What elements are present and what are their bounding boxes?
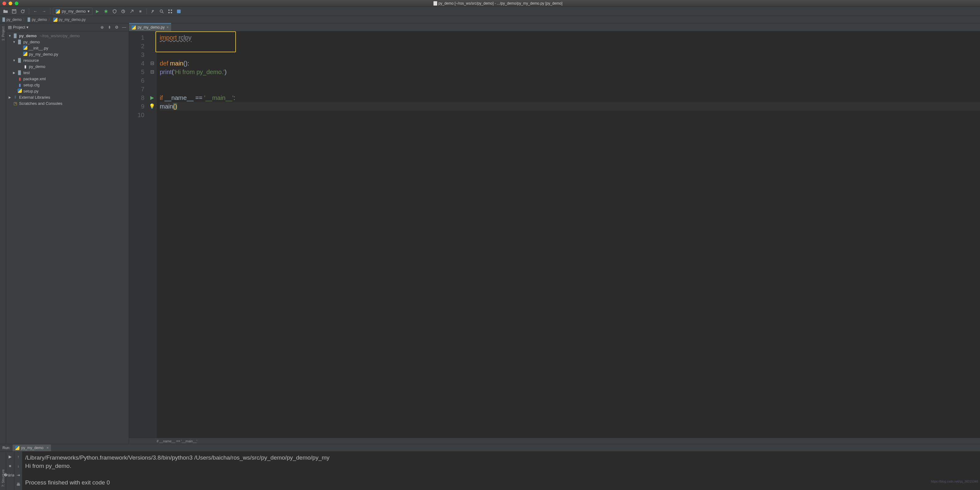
tree-file-init[interactable]: __init__.py [6, 45, 129, 51]
python-icon [53, 18, 57, 22]
breadcrumb-root[interactable]: ▉py_demo [2, 18, 22, 22]
maximize-window-button[interactable] [15, 2, 18, 5]
svg-rect-8 [177, 10, 181, 13]
print-icon[interactable]: 🖶 [15, 481, 22, 487]
gutter-icons: ⊟ ⊟ ▶ 💡 [148, 31, 157, 438]
forward-icon[interactable]: → [40, 8, 48, 15]
hide-icon[interactable]: — [121, 25, 127, 30]
run-config-label: py_my_demo [62, 9, 86, 14]
python-icon [56, 9, 60, 14]
selection-box [156, 31, 236, 52]
run-line-marker[interactable]: ▶ [148, 93, 157, 102]
chevron-right-icon: 〉 [48, 17, 52, 22]
tree-root[interactable]: ▼▉py_demo~/ros_ws/src/py_demo [6, 33, 129, 39]
tab-label: py_my_demo.py [138, 25, 165, 30]
code-editor[interactable]: import rclpy def main(): print('Hi from … [157, 31, 980, 438]
build-icon[interactable] [149, 8, 157, 15]
breadcrumb-folder[interactable]: ▉py_demo [28, 18, 47, 22]
coverage-icon[interactable] [111, 8, 118, 15]
search-icon[interactable] [158, 8, 165, 15]
svg-rect-7 [171, 12, 172, 13]
tree-folder-resource[interactable]: ▼▉resource [6, 57, 129, 63]
line-gutter: 12345678910 [129, 31, 148, 438]
rerun-button[interactable]: ▶ [7, 453, 13, 460]
svg-rect-6 [169, 12, 170, 13]
svg-rect-4 [169, 10, 170, 11]
avatar-icon[interactable] [175, 8, 183, 15]
intention-bulb-icon[interactable]: 💡 [148, 102, 157, 111]
chevron-right-icon: 〉 [23, 17, 26, 22]
stop-button[interactable]: ■ [137, 8, 144, 15]
exit-icon[interactable]: �árias [7, 472, 13, 478]
project-sidebar: ▤Project▾ ⊕ ⇟ ⚙ — ▼▉py_demo~/ros_ws/src/… [6, 23, 129, 444]
breadcrumb: ▉py_demo 〉 ▉py_demo 〉 py_my_demo.py [0, 16, 980, 23]
close-tab-icon[interactable]: × [167, 25, 169, 30]
tree-folder-test[interactable]: ▶▉test [6, 69, 129, 76]
tree-external-libs[interactable]: ▶⫴External Libraries [6, 94, 129, 100]
tree-scratches[interactable]: ◳Scratches and Consoles [6, 100, 129, 106]
svg-rect-5 [171, 10, 172, 11]
breadcrumb-file[interactable]: py_my_demo.py [53, 18, 86, 22]
soft-wrap-icon[interactable]: ⇥ [15, 472, 22, 478]
run-button[interactable]: ▶ [94, 8, 101, 15]
debug-button[interactable] [102, 8, 110, 15]
svg-rect-0 [12, 10, 16, 13]
run-tab[interactable]: py_my_demo× [13, 445, 51, 451]
structure-tool-window-button[interactable]: 7: Structure [1, 468, 5, 488]
tree-folder-pkg[interactable]: ▼▉py_demo [6, 39, 129, 45]
svg-point-3 [160, 10, 162, 12]
run-configuration-selector[interactable]: py_my_demo ▾ [53, 8, 92, 15]
watermark: https://blog.csdn.net/qq_38315348 [931, 480, 978, 483]
sidebar-title: Project [13, 25, 25, 30]
tree-file-mydemo[interactable]: py_my_demo.py [6, 51, 129, 57]
minimize-window-button[interactable] [9, 2, 12, 5]
structure-icon[interactable] [167, 8, 174, 15]
editor-breadcrumb: if __name__ == '__main__' [129, 438, 980, 444]
project-tool-window-button[interactable]: 1: Project [1, 25, 5, 42]
project-view-icon: ▤ [8, 25, 12, 30]
chevron-down-icon: ▾ [88, 9, 90, 14]
profile-icon[interactable] [119, 8, 127, 15]
tree-file-setupcfg[interactable]: ▮setup.cfg [6, 82, 129, 88]
collapse-all-icon[interactable]: ⇟ [107, 25, 112, 30]
run-panel-title: Run: [2, 446, 10, 450]
titlebar: py_demo [~/ros_ws/src/py_demo] - .../py_… [0, 0, 980, 7]
run-console[interactable]: /Library/Frameworks/Python.framework/Ver… [22, 452, 980, 490]
save-icon[interactable] [10, 8, 18, 15]
folder-icon: ▉ [28, 18, 30, 22]
chevron-down-icon[interactable]: ▾ [26, 25, 29, 30]
svg-point-1 [105, 10, 107, 13]
stop-run-button[interactable]: ■ [7, 463, 13, 469]
open-icon[interactable] [2, 8, 9, 15]
editor-tab[interactable]: py_my_demo.py × [129, 23, 171, 31]
settings-icon[interactable]: ⚙ [114, 25, 119, 30]
tree-file-resource[interactable]: ▮py_demo [6, 63, 129, 69]
up-icon[interactable]: ↑ [15, 453, 22, 460]
file-icon [433, 1, 437, 6]
locate-icon[interactable]: ⊕ [99, 25, 105, 30]
back-icon[interactable]: ← [32, 8, 39, 15]
python-icon [15, 446, 19, 450]
down-icon[interactable]: ↓ [15, 463, 22, 469]
close-run-tab-icon[interactable]: × [46, 446, 49, 450]
tree-file-packagexml[interactable]: ▮package.xml [6, 76, 129, 82]
close-window-button[interactable] [2, 2, 6, 5]
folder-icon: ▉ [2, 18, 5, 22]
refresh-icon[interactable] [19, 8, 26, 15]
attach-icon[interactable] [128, 8, 135, 15]
tree-file-setuppy[interactable]: setup.py [6, 88, 129, 94]
window-title: py_demo [~/ros_ws/src/py_demo] - .../py_… [438, 1, 563, 6]
python-icon [132, 25, 136, 30]
main-toolbar: ← → py_my_demo ▾ ▶ ■ [0, 7, 980, 16]
